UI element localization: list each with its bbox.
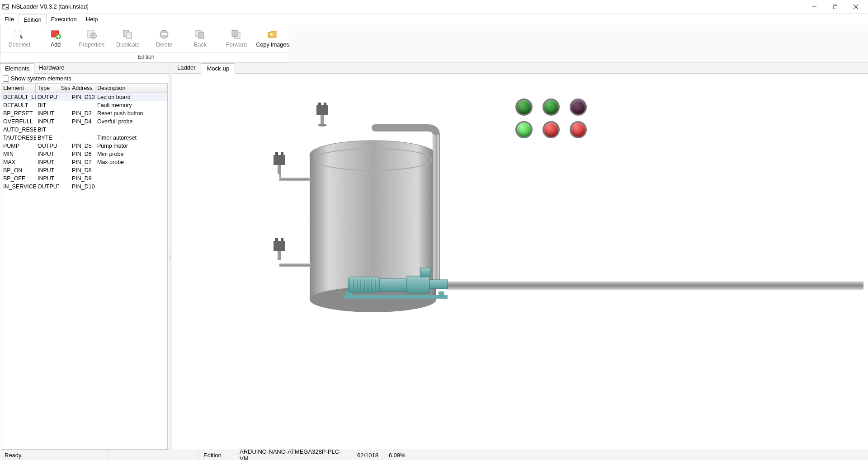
table-row[interactable]: IN_SERVICEOUTPUTPIN_D10	[1, 183, 167, 191]
col-element[interactable]: Element	[1, 84, 36, 93]
table-row[interactable]: BP_OFFINPUTPIN_D9	[1, 174, 167, 183]
menu-execution[interactable]: Execution	[47, 14, 81, 24]
table-row[interactable]: PUMPOUTPUTPIN_D5Pump motor	[1, 142, 167, 150]
add-button[interactable]: Add	[38, 26, 74, 51]
show-system-checkbox[interactable]	[3, 75, 9, 82]
table-row[interactable]: DEFAULTBITFault memory	[1, 101, 167, 109]
cell-address	[70, 134, 95, 142]
table-row[interactable]: MAXINPUTPIN_D7Max probe	[1, 158, 167, 166]
tab-hardware[interactable]: Hardware	[34, 63, 69, 73]
cell-element: DEFAULT	[1, 101, 36, 109]
svg-rect-20	[198, 32, 204, 38]
cell-element: MIN	[1, 150, 36, 158]
indicator-light-5[interactable]	[542, 121, 560, 138]
svg-rect-23	[269, 33, 273, 36]
cell-sys	[59, 183, 70, 191]
cell-address: PIN_D3	[70, 109, 95, 117]
deselect-button[interactable]: Deselect	[1, 26, 38, 51]
cell-sys	[59, 166, 70, 174]
tab-mockup[interactable]: Mock-up	[201, 63, 235, 74]
svg-rect-37	[281, 152, 283, 155]
window-title: NSLadder V0.3.2 [tank.nslad]	[12, 3, 89, 10]
svg-rect-38	[278, 165, 281, 174]
col-type[interactable]: Type	[36, 84, 59, 93]
svg-rect-33	[321, 115, 324, 125]
status-ratio: 62/1018	[353, 450, 384, 460]
cell-address: PIN_D7	[70, 158, 95, 166]
table-row[interactable]: AUTO_RESETBIT	[1, 126, 167, 134]
col-sys[interactable]: Sys	[59, 84, 70, 93]
back-button[interactable]: Back	[182, 26, 218, 51]
table-row[interactable]: OVERFULLINPUTPIN_D4Overfull probe	[1, 117, 167, 126]
cell-sys	[59, 117, 70, 126]
minimize-button[interactable]	[804, 0, 825, 14]
cell-type: BYTE	[36, 134, 59, 142]
cell-element: BP_OFF	[1, 174, 36, 183]
cell-address: PIN_D10	[70, 183, 95, 191]
status-percent: 6,09%	[384, 450, 410, 460]
svg-point-34	[318, 124, 327, 127]
cell-description: Reset push button	[95, 109, 167, 117]
indicator-light-2[interactable]	[542, 99, 560, 116]
duplicate-icon	[122, 29, 134, 40]
svg-rect-0	[2, 5, 9, 9]
cell-address: PIN_D13	[70, 93, 95, 101]
table-row[interactable]: BP_ONINPUTPIN_D8	[1, 166, 167, 174]
cell-address: PIN_D8	[70, 166, 95, 174]
send-back-icon	[194, 29, 207, 40]
cell-type: BIT	[36, 101, 59, 109]
cell-element: BP_ON	[1, 166, 36, 174]
status-ready: Ready.	[0, 450, 108, 460]
cell-sys	[59, 93, 70, 101]
cell-description: Fault memory	[95, 101, 167, 109]
cell-address: PIN_D6	[70, 150, 95, 158]
cell-sys	[59, 134, 70, 142]
forward-button[interactable]: Forward	[218, 26, 255, 51]
cell-sys	[59, 150, 70, 158]
cell-address: PIN_D9	[70, 174, 95, 183]
cell-address: PIN_D4	[70, 117, 95, 126]
cell-sys	[59, 174, 70, 183]
duplicate-button[interactable]: Duplicate	[110, 26, 146, 51]
cell-element: PUMP	[1, 142, 36, 150]
bring-forward-icon	[230, 29, 243, 40]
col-description[interactable]: Description	[95, 84, 167, 93]
menu-file[interactable]: File	[0, 14, 19, 24]
cell-type: BIT	[36, 126, 59, 134]
cell-element: IN_SERVICE	[1, 183, 36, 191]
tab-ladder[interactable]: Ladder	[172, 63, 201, 73]
cell-element: AUTO_RESET	[1, 126, 36, 134]
svg-rect-47	[344, 295, 448, 299]
maximize-button[interactable]	[825, 0, 845, 14]
indicator-light-1[interactable]	[515, 99, 533, 116]
svg-rect-62	[429, 280, 448, 289]
cell-sys	[59, 126, 70, 134]
indicator-light-3[interactable]	[570, 99, 587, 116]
svg-rect-46	[448, 282, 863, 290]
svg-rect-1	[3, 5, 5, 6]
close-button[interactable]	[845, 0, 866, 14]
cell-description: Led on board	[95, 93, 167, 101]
table-row[interactable]: BP_RESETINPUTPIN_D3Reset push button	[1, 109, 167, 117]
menu-help[interactable]: Help	[81, 14, 103, 24]
svg-rect-35	[274, 155, 285, 165]
properties-button[interactable]: Properties	[74, 26, 110, 51]
col-address[interactable]: Address	[70, 84, 95, 93]
cell-description: Mini probe	[95, 150, 167, 158]
indicator-light-6[interactable]	[570, 121, 587, 138]
table-row[interactable]: TAUTORESETBYTETimer autoreset	[1, 134, 167, 142]
mockup-canvas[interactable]	[172, 74, 868, 450]
menu-edition[interactable]: Edition	[19, 14, 47, 25]
indicator-light-4[interactable]	[515, 121, 533, 138]
table-row[interactable]: DEFAULT_LEDOUTPUTPIN_D13Led on board	[1, 93, 167, 101]
tab-elements[interactable]: Elements	[0, 63, 34, 74]
svg-rect-44	[278, 251, 281, 260]
svg-rect-59	[380, 279, 407, 291]
show-system-label: Show system elements	[11, 75, 71, 82]
table-row[interactable]: MININPUTPIN_D6Mini probe	[1, 150, 167, 158]
delete-button[interactable]: Delete	[146, 26, 182, 51]
svg-rect-29	[433, 135, 440, 284]
copy-images-button[interactable]: Copy images	[255, 26, 291, 51]
properties-icon	[85, 29, 98, 40]
elements-table[interactable]: Element Type Sys Address Description DEF…	[1, 83, 168, 450]
